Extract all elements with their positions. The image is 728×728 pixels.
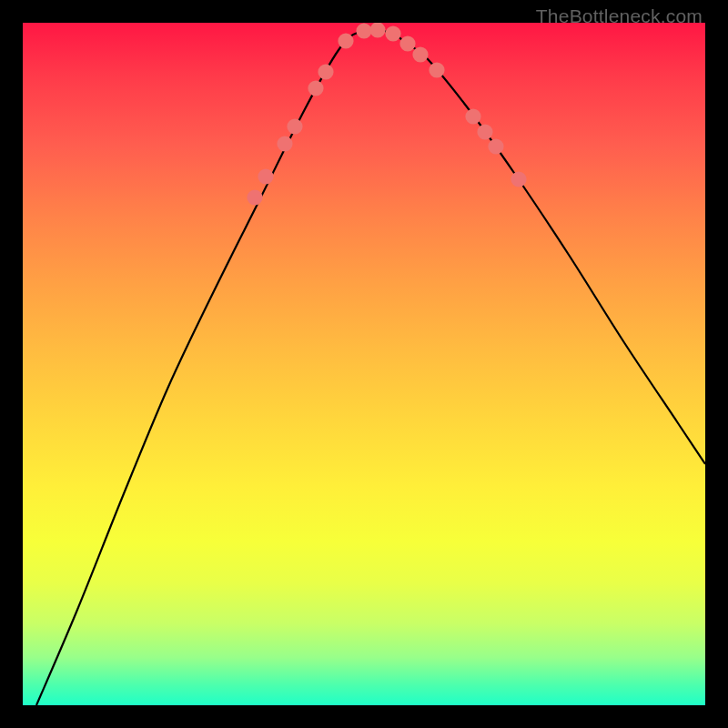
marker-dot [318,64,333,79]
curve-markers [247,23,526,206]
marker-dot [429,62,444,77]
bottleneck-curve [36,30,705,705]
marker-dot [412,46,428,62]
marker-dot [308,80,323,96]
marker-dot [369,23,385,38]
marker-dot [287,118,302,134]
chart-svg [23,23,705,705]
marker-dot [477,124,492,139]
marker-dot [258,168,273,184]
marker-dot [247,189,262,205]
curve-line [36,30,705,705]
marker-dot [277,136,292,151]
marker-dot [399,35,415,51]
marker-dot [488,138,503,154]
marker-dot [511,171,526,187]
marker-dot [356,23,371,38]
marker-dot [465,108,480,124]
marker-dot [385,25,400,41]
marker-dot [338,33,353,48]
